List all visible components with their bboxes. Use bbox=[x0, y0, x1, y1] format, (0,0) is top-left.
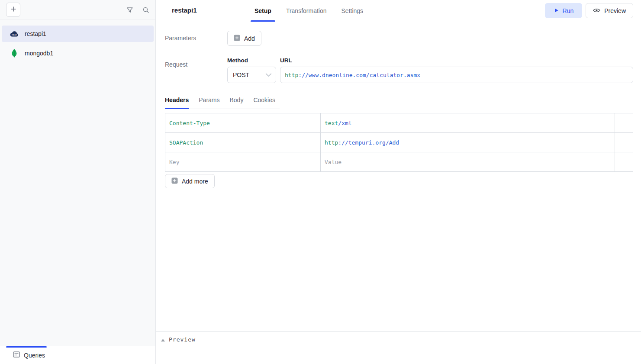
subtab-params[interactable]: Params bbox=[199, 97, 219, 109]
sidebar: REST restapi1 mongodb1 bbox=[0, 0, 156, 364]
delete-header-row-button[interactable] bbox=[615, 113, 633, 133]
url-rest-text: ://www.dneonline.com/calculator.asmx bbox=[298, 72, 420, 78]
sidebar-toolbar-icons bbox=[126, 6, 149, 13]
queries-tab-label: Queries bbox=[24, 352, 45, 359]
request-subtabs: Headers Params Body Cookies bbox=[165, 97, 280, 109]
method-select[interactable]: POST bbox=[227, 67, 276, 83]
plus-icon bbox=[10, 6, 17, 14]
main-header: restapi1 Setup Transformation Settings R… bbox=[156, 0, 641, 22]
add-more-label: Add more bbox=[182, 178, 208, 185]
plus-square-icon bbox=[171, 177, 178, 185]
query-item-label: restapi1 bbox=[25, 30, 46, 37]
header-value-input[interactable] bbox=[325, 152, 611, 171]
app-root: REST restapi1 mongodb1 bbox=[0, 0, 641, 364]
request-row: Request Method POST URL http://www.dneon… bbox=[165, 57, 633, 83]
subtab-cookies[interactable]: Cookies bbox=[253, 97, 275, 109]
parameters-row: Parameters Add bbox=[165, 31, 633, 46]
queries-tab-active-indicator bbox=[6, 346, 47, 348]
main-panel: restapi1 Setup Transformation Settings R… bbox=[156, 0, 641, 364]
add-more-button[interactable]: Add more bbox=[165, 174, 215, 188]
response-pane: Preview bbox=[156, 331, 641, 364]
filter-icon[interactable] bbox=[126, 6, 133, 13]
subtab-body[interactable]: Body bbox=[230, 97, 244, 109]
queries-icon bbox=[13, 351, 20, 359]
preview-button[interactable]: Preview bbox=[586, 3, 633, 18]
tab-settings[interactable]: Settings bbox=[341, 0, 364, 22]
new-query-button[interactable] bbox=[6, 3, 20, 17]
header-value-text: http bbox=[325, 139, 338, 146]
request-label: Request bbox=[165, 57, 227, 68]
header-value-cell bbox=[321, 152, 615, 172]
rest-api-icon: REST bbox=[9, 30, 19, 37]
method-selected-value: POST bbox=[233, 71, 249, 78]
tab-queries[interactable]: Queries bbox=[13, 351, 45, 359]
plus-square-icon bbox=[234, 35, 240, 42]
play-icon bbox=[554, 7, 559, 14]
header-actions: Run Preview bbox=[545, 3, 633, 18]
svg-text:REST: REST bbox=[12, 34, 17, 36]
header-value-text: /xml bbox=[338, 120, 351, 126]
run-button-label: Run bbox=[563, 7, 574, 14]
trash-icon bbox=[601, 113, 641, 133]
subtab-headers[interactable]: Headers bbox=[165, 97, 189, 109]
eye-icon bbox=[593, 7, 600, 14]
setup-form: Parameters Add Request Method POST bbox=[156, 22, 641, 331]
header-value-text: ://tempuri.org/Add bbox=[338, 139, 399, 146]
response-preview-label: Preview bbox=[169, 336, 196, 343]
search-icon[interactable] bbox=[142, 6, 149, 13]
preview-button-label: Preview bbox=[604, 7, 626, 14]
query-item-label: mongodb1 bbox=[25, 50, 53, 57]
header-value-text: text bbox=[325, 120, 338, 126]
method-label: Method bbox=[227, 57, 276, 64]
trash-icon bbox=[601, 151, 641, 172]
trash-icon bbox=[601, 132, 641, 153]
url-protocol-text: http bbox=[285, 72, 298, 78]
mongodb-icon bbox=[9, 49, 19, 58]
header-value-input[interactable]: http://tempuri.org/Add bbox=[321, 133, 615, 152]
sidebar-toolbar bbox=[0, 0, 155, 20]
sidebar-bottom-bar: Queries bbox=[0, 346, 155, 364]
header-key-input[interactable]: SOAPAction bbox=[165, 133, 321, 152]
caret-up-icon bbox=[161, 335, 165, 343]
tab-transformation[interactable]: Transformation bbox=[285, 0, 328, 22]
header-key-text: SOAPAction bbox=[169, 139, 203, 146]
header-key-text: Content-Type bbox=[169, 120, 210, 126]
add-parameter-label: Add bbox=[244, 35, 255, 42]
query-item-mongodb1[interactable]: mongodb1 bbox=[2, 45, 154, 61]
run-button[interactable]: Run bbox=[545, 3, 583, 18]
query-item-restapi1[interactable]: REST restapi1 bbox=[2, 26, 154, 42]
delete-header-row-button[interactable] bbox=[615, 133, 633, 152]
delete-header-row-button[interactable] bbox=[615, 152, 633, 172]
tab-setup[interactable]: Setup bbox=[254, 0, 272, 22]
header-key-input[interactable]: Content-Type bbox=[165, 113, 321, 133]
page-title: restapi1 bbox=[172, 6, 197, 14]
header-tabs: Setup Transformation Settings bbox=[254, 0, 364, 22]
header-value-input[interactable]: text/xml bbox=[321, 113, 615, 133]
header-key-input[interactable] bbox=[169, 152, 316, 171]
chevron-down-icon bbox=[265, 71, 272, 79]
method-field: Method POST bbox=[227, 57, 276, 83]
url-input[interactable]: http://www.dneonline.com/calculator.asmx bbox=[280, 67, 633, 83]
add-parameter-button[interactable]: Add bbox=[227, 31, 261, 46]
response-pane-toggle[interactable]: Preview bbox=[161, 335, 196, 343]
header-key-cell bbox=[165, 152, 321, 172]
parameters-label: Parameters bbox=[165, 31, 227, 42]
url-field: URL http://www.dneonline.com/calculator.… bbox=[280, 57, 633, 83]
query-list: REST restapi1 mongodb1 bbox=[0, 20, 155, 346]
headers-table: Content-Type text/xml SOAPAction http://… bbox=[165, 113, 633, 172]
url-label: URL bbox=[280, 57, 633, 64]
